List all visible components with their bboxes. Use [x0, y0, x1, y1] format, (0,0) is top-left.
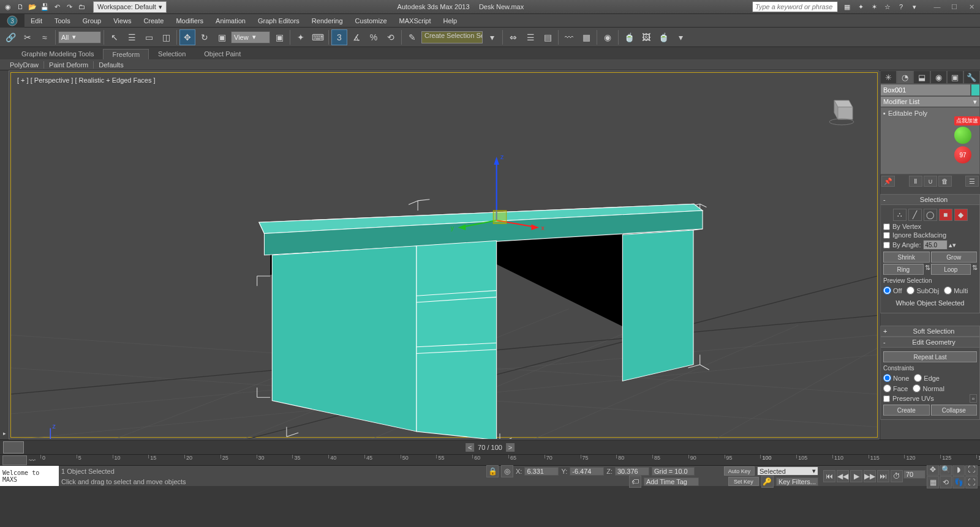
x-value[interactable]: 6.331: [524, 467, 559, 476]
app-menu-icon[interactable]: ◉: [2, 1, 13, 12]
schematic-view-icon[interactable]: ▦: [578, 29, 594, 45]
configure-sets-icon[interactable]: ☰: [965, 176, 979, 187]
desk-mesh[interactable]: [259, 204, 703, 439]
radio[interactable]: [907, 286, 914, 294]
trackbar-toggle[interactable]: [2, 455, 27, 465]
maxscript-listener[interactable]: Welcome to MAXS: [0, 466, 59, 486]
next-frame-icon[interactable]: >: [506, 443, 514, 452]
undo-icon[interactable]: ↶: [51, 1, 62, 12]
viewport[interactable]: [ + ] [ Perspective ] [ Realistic + Edge…: [9, 70, 880, 439]
rect-region-icon[interactable]: ▭: [141, 29, 157, 45]
object-color-swatch[interactable]: [971, 84, 980, 96]
tab-object-paint[interactable]: Object Paint: [195, 48, 250, 59]
window-crossing-icon[interactable]: ◫: [158, 29, 174, 45]
radio-off[interactable]: Off: [883, 286, 902, 294]
tab-display-icon[interactable]: ▣: [947, 70, 963, 84]
green-ball-icon[interactable]: [954, 127, 971, 144]
keyfilter-combo[interactable]: Selected▾: [757, 466, 818, 476]
border-mode-icon[interactable]: ◯: [924, 209, 937, 221]
tab-selection[interactable]: Selection: [149, 48, 195, 59]
next-frame-icon[interactable]: ▶▶: [864, 470, 876, 482]
ring-button[interactable]: Ring: [883, 264, 924, 275]
remove-modifier-icon[interactable]: 🗑: [938, 176, 952, 187]
tab-modify-icon[interactable]: ◔: [897, 70, 913, 84]
open-icon[interactable]: 📂: [27, 1, 38, 12]
spinner-icon[interactable]: ⇅: [972, 264, 977, 275]
rollout-soft-selection-header[interactable]: + Soft Selection: [880, 326, 980, 337]
orbit-icon[interactable]: ⟲: [940, 476, 952, 488]
favorites-icon[interactable]: ☆: [882, 1, 893, 12]
goto-end-icon[interactable]: ⏭: [877, 470, 889, 482]
sub-defaults[interactable]: Defaults: [94, 61, 128, 69]
walk-icon[interactable]: 👣: [952, 476, 965, 488]
spinner-icon[interactable]: ⇅: [925, 264, 930, 275]
goto-start-icon[interactable]: ⏮: [823, 470, 835, 482]
save-icon[interactable]: 💾: [39, 1, 50, 12]
application-button[interactable]: 3: [0, 14, 24, 28]
timeline-ruler[interactable]: 0510152025303540455055606570758085909510…: [40, 455, 976, 466]
menu-create[interactable]: Create: [137, 14, 170, 28]
edit-named-sel-icon[interactable]: ✎: [404, 29, 420, 45]
pin-stack-icon[interactable]: 📌: [881, 176, 895, 187]
select-link-icon[interactable]: 🔗: [2, 29, 18, 45]
align-icon[interactable]: ☰: [522, 29, 538, 45]
menu-views[interactable]: Views: [107, 14, 137, 28]
spinner-snap-icon[interactable]: ⟲: [383, 29, 399, 45]
selection-lock-icon[interactable]: 🔒: [486, 465, 499, 477]
manipulate-icon[interactable]: ✦: [293, 29, 309, 45]
sub-polydraw[interactable]: PolyDraw: [5, 61, 44, 69]
time-slider[interactable]: < 70 / 100 >: [0, 439, 980, 454]
rollout-selection-header[interactable]: - Selection: [880, 194, 980, 205]
tab-graphite-modeling[interactable]: Graphite Modeling Tools: [12, 48, 103, 59]
selection-filter[interactable]: All▾: [58, 31, 101, 43]
layers-icon[interactable]: ▤: [540, 29, 556, 45]
render-production-icon[interactable]: 🍵: [655, 29, 671, 45]
menu-customize[interactable]: Customize: [349, 14, 393, 28]
red-ball-icon[interactable]: 97: [954, 146, 971, 163]
tab-freeform[interactable]: Freeform: [103, 49, 149, 59]
scene-3d[interactable]: z x y z x y: [11, 73, 877, 439]
maximize-viewport-icon[interactable]: ⛶: [965, 476, 978, 488]
radio-subobj[interactable]: SubObj: [907, 286, 939, 294]
help-icon[interactable]: ?: [895, 1, 907, 12]
workspace-selector[interactable]: Workspace: Default ▾: [93, 1, 167, 13]
ref-coord-system[interactable]: View▾: [231, 31, 270, 43]
exchange-icon[interactable]: ✦: [855, 1, 866, 12]
isolate-icon[interactable]: ◎: [501, 465, 513, 477]
settings-icon[interactable]: ▫: [970, 394, 977, 403]
prev-frame-icon[interactable]: ◀◀: [837, 470, 849, 482]
repeat-last-button[interactable]: Repeat Last: [883, 351, 977, 362]
angle-input[interactable]: [923, 240, 948, 250]
zoom-all-icon[interactable]: ▦: [927, 476, 939, 488]
radio-multi[interactable]: Multi: [944, 286, 968, 294]
menu-edit[interactable]: Edit: [24, 14, 48, 28]
menu-graph-editors[interactable]: Graph Editors: [252, 14, 306, 28]
spinner-icon[interactable]: ▴▾: [949, 241, 956, 249]
angle-spinner[interactable]: ▴▾: [923, 240, 956, 250]
key-filters-button[interactable]: Key Filters...: [776, 477, 818, 486]
grow-button[interactable]: Grow: [931, 252, 978, 263]
select-by-name-icon[interactable]: ☰: [124, 29, 140, 45]
pivot-center-icon[interactable]: ▣: [271, 29, 287, 45]
modifier-list[interactable]: Modifier List ▾: [880, 96, 980, 107]
radio[interactable]: [944, 286, 952, 294]
show-end-result-icon[interactable]: Ⅱ: [909, 176, 922, 187]
time-tag-icon[interactable]: 🏷: [629, 476, 641, 488]
radio-face[interactable]: Face: [883, 384, 908, 392]
project-folder-icon[interactable]: 🗀: [76, 1, 87, 12]
checkbox[interactable]: [883, 395, 890, 402]
time-slider-thumb[interactable]: [3, 441, 24, 454]
help-dropdown-icon[interactable]: ▾: [909, 1, 920, 12]
element-mode-icon[interactable]: ◆: [954, 209, 968, 221]
communication-icon[interactable]: ✶: [869, 1, 880, 12]
make-unique-icon[interactable]: ∪: [924, 176, 937, 187]
material-editor-icon[interactable]: ◉: [600, 29, 616, 45]
unlink-icon[interactable]: ✂: [20, 29, 36, 45]
snap-toggle-icon[interactable]: 3: [331, 29, 347, 45]
ignore-backfacing-checkbox[interactable]: Ignore Backfacing: [883, 231, 977, 239]
track-bar[interactable]: 〰 05101520253035404550556065707580859095…: [0, 454, 980, 465]
menu-modifiers[interactable]: Modifiers: [170, 14, 209, 28]
expand-icon[interactable]: ▪: [883, 110, 886, 117]
z-value[interactable]: 30.376: [615, 467, 649, 476]
bind-spacewarp-icon[interactable]: ≈: [37, 29, 53, 45]
